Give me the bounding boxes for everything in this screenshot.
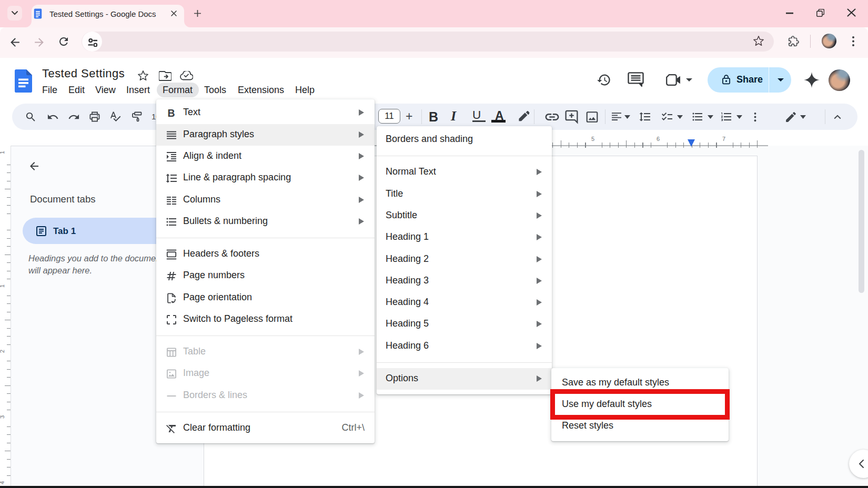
svg-text:B: B: [168, 107, 175, 118]
